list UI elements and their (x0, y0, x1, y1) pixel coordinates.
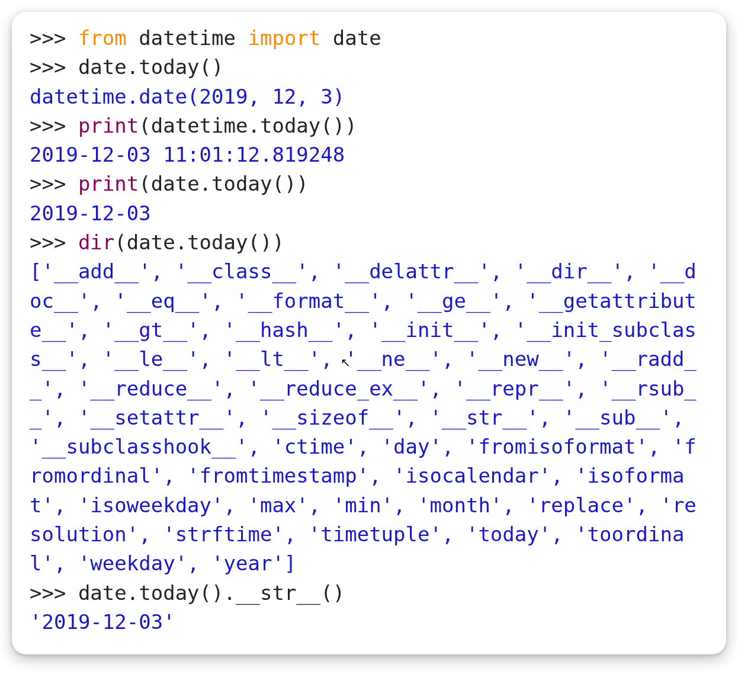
repl-output: datetime.date(2019, 12, 3) (30, 85, 345, 108)
builtin-dir: dir (78, 230, 114, 254)
repl-output: '2019-12-03' (30, 610, 175, 634)
code-text: datetime (127, 26, 248, 50)
repl-output: 2019-12-03 11:01:12.819248 (30, 143, 345, 166)
code-text: (date.today()) (114, 230, 284, 254)
code-card: >>> from datetime import date >>> date.t… (12, 12, 726, 654)
code-text: (datetime.today()) (139, 114, 357, 137)
repl-output: ['__add__', '__class__', '__delattr__', … (30, 259, 697, 575)
code-text: date.today().__str__() (78, 581, 345, 605)
repl-output: 2019-12-03 (30, 201, 151, 225)
repl-prompt: >>> (30, 581, 78, 605)
code-text: (date.today()) (139, 172, 309, 195)
builtin-print: print (78, 172, 139, 195)
repl-prompt: >>> (30, 114, 78, 137)
keyword-from: from (78, 26, 127, 50)
python-repl[interactable]: >>> from datetime import date >>> date.t… (30, 24, 708, 637)
builtin-print: print (78, 114, 139, 137)
code-text: date (320, 26, 381, 50)
repl-prompt: >>> (30, 172, 78, 195)
repl-prompt: >>> (30, 230, 78, 254)
keyword-import: import (248, 26, 320, 50)
repl-prompt: >>> (30, 26, 78, 50)
repl-prompt: >>> (30, 55, 78, 79)
code-text: date.today() (78, 55, 224, 79)
